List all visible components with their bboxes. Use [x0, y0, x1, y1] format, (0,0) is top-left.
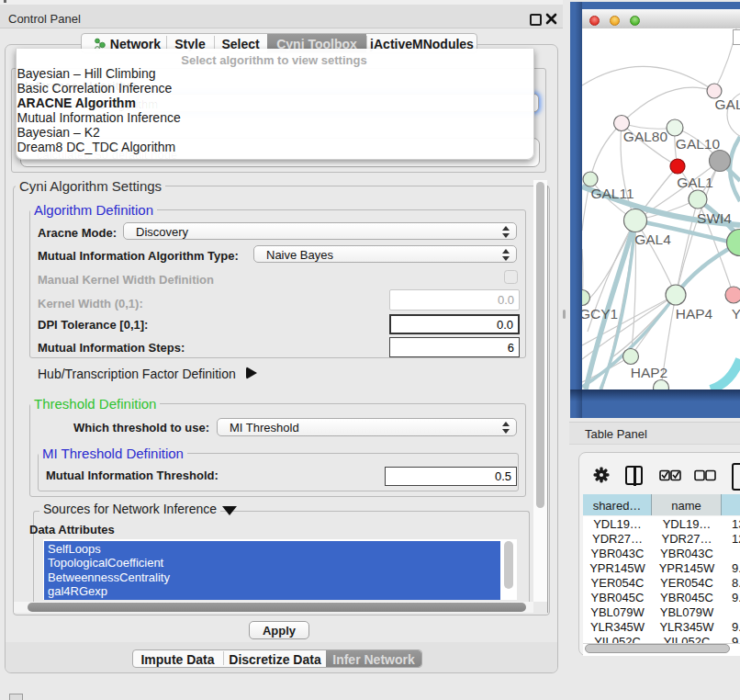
- svg-text:HAP4: HAP4: [676, 306, 713, 322]
- svg-text:GAL11: GAL11: [590, 186, 633, 201]
- svg-text:GCY1: GCY1: [582, 306, 618, 322]
- svg-text:GAL1: GAL1: [677, 175, 713, 190]
- svg-text:GAL4: GAL4: [634, 231, 671, 247]
- svg-text:Y: Y: [732, 306, 740, 322]
- svg-text:GAL: GAL: [714, 96, 740, 112]
- svg-text:SWI4: SWI4: [697, 210, 732, 226]
- svg-text:GAL80: GAL80: [623, 129, 668, 144]
- svg-text:HAP2: HAP2: [631, 365, 668, 380]
- svg-text:GAL10: GAL10: [676, 136, 721, 152]
